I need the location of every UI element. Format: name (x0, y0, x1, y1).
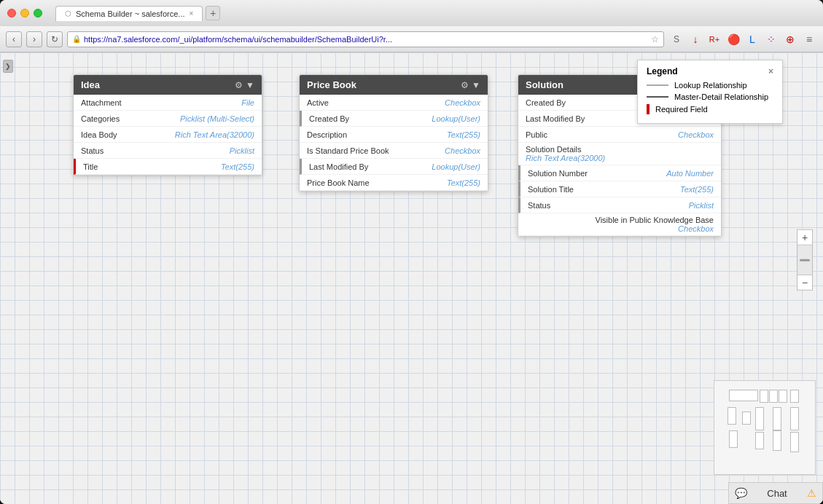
idea-card-actions: ⚙ ▼ (235, 80, 254, 90)
addon-icon-5[interactable]: ⊕ (782, 31, 798, 47)
chat-label: Chat (767, 488, 787, 499)
active-tab[interactable]: ⬡ Schema Builder ~ salesforce... × (55, 6, 203, 21)
bookmark-icon[interactable]: ☆ (651, 34, 659, 44)
addon-icon-3[interactable]: L (744, 31, 760, 47)
extensions-icon[interactable]: S (668, 31, 684, 47)
idea-caret-icon[interactable]: ▼ (246, 80, 254, 90)
mini-card (742, 412, 751, 425)
menu-icon[interactable]: ≡ (801, 31, 817, 47)
table-row: Public Checkbox (518, 127, 721, 143)
legend-title: Legend × (647, 66, 773, 76)
price-book-card-title: Price Book (307, 79, 356, 90)
table-row: Status Picklist (74, 143, 262, 159)
title-bar: ⬡ Schema Builder ~ salesforce... × + (0, 0, 823, 26)
table-row: Active Checkbox (300, 95, 488, 111)
mini-card (769, 390, 778, 403)
chat-bar[interactable]: 💬 Chat ⚠ (728, 482, 823, 504)
download-icon[interactable]: ↓ (687, 31, 703, 47)
lookup-line-icon (647, 84, 668, 86)
master-line-icon (647, 96, 668, 98)
idea-card-header: Idea ⚙ ▼ (74, 75, 262, 95)
price-book-card: Price Book ⚙ ▼ Active Checkbox Created B… (299, 74, 488, 192)
tab-favicon: ⬡ (65, 9, 71, 17)
table-row: Idea Body Rich Text Area(32000) (74, 127, 262, 143)
legend-required-item: Required Field (647, 104, 773, 114)
refresh-button[interactable]: ↻ (47, 31, 63, 47)
addon-icon-2[interactable]: 🔴 (725, 31, 741, 47)
price-book-card-body: Active Checkbox Created By Lookup(User) … (300, 95, 488, 191)
minimize-button[interactable] (20, 9, 29, 17)
mini-card (755, 432, 764, 449)
idea-card-body: Attachment File Categories Picklist (Mul… (74, 95, 262, 175)
price-book-card-actions: ⚙ ▼ (461, 80, 480, 90)
idea-gear-icon[interactable]: ⚙ (235, 80, 243, 90)
mini-card (779, 390, 787, 403)
maximize-button[interactable] (34, 9, 42, 17)
table-row: Description Text(255) (300, 127, 488, 143)
idea-card-title: Idea (81, 79, 100, 90)
zoom-in-button[interactable]: + (797, 229, 813, 245)
tab-title: Schema Builder ~ salesforce... (76, 9, 185, 18)
new-tab-button[interactable]: + (206, 6, 220, 20)
minimap-content (714, 381, 815, 474)
idea-card: Idea ⚙ ▼ Attachment File Categories Pick… (73, 74, 262, 176)
minimap[interactable] (714, 380, 816, 475)
address-bar[interactable]: 🔒 https://na7.salesforce.com/_ui/platfor… (67, 31, 664, 47)
tab-bar: ⬡ Schema Builder ~ salesforce... × + (55, 6, 220, 21)
chat-icon: 💬 (735, 487, 747, 499)
schema-canvas: ❯ Idea ⚙ ▼ Attachment File Categories Pi… (0, 52, 823, 504)
table-row: Attachment File (74, 95, 262, 111)
price-book-caret-icon[interactable]: ▼ (472, 80, 480, 90)
table-row: Created By Lookup(User) (300, 111, 488, 127)
tab-close-button[interactable]: × (190, 9, 194, 17)
mini-card (755, 407, 764, 430)
mini-card (760, 390, 768, 403)
mini-card (790, 407, 799, 430)
mini-card (790, 390, 799, 403)
url-text: https://na7.salesforce.com/_ui/platform/… (84, 35, 648, 44)
forward-button[interactable]: › (26, 31, 42, 47)
required-field-icon (647, 104, 650, 114)
addon-icon-4[interactable]: ⁘ (763, 31, 779, 47)
back-button[interactable]: ‹ (6, 31, 22, 47)
toggle-sidebar-button[interactable]: ❯ (3, 60, 13, 73)
mini-card (729, 430, 738, 448)
table-row: Solution Number Auto Number (518, 165, 721, 181)
zoom-out-button[interactable]: − (797, 275, 813, 291)
table-row: Price Book Name Text(255) (300, 175, 488, 191)
close-button[interactable] (7, 9, 16, 17)
table-row: Solution Details Rich Text Area(32000) (518, 143, 721, 165)
chat-warning-icon: ⚠ (807, 487, 816, 499)
table-row: Visible in Public Knowledge Base Checkbo… (518, 213, 721, 236)
table-row: Is Standard Price Book Checkbox (300, 143, 488, 159)
mini-card (773, 430, 781, 451)
table-row: Solution Title Text(255) (518, 181, 721, 197)
legend-panel: Legend × Lookup Relationship Master-Deta… (637, 60, 783, 124)
zoom-controls: + − (797, 229, 813, 291)
browser-toolbar: ‹ › ↻ 🔒 https://na7.salesforce.com/_ui/p… (0, 26, 823, 52)
browser-window: ⬡ Schema Builder ~ salesforce... × + ‹ ›… (0, 0, 823, 504)
toolbar-icons: S ↓ R+ 🔴 L ⁘ ⊕ ≡ (668, 31, 817, 47)
table-row: Categories Picklist (Multi-Select) (74, 111, 262, 127)
legend-lookup-item: Lookup Relationship (647, 81, 773, 90)
legend-close-button[interactable]: × (768, 66, 773, 76)
table-row: Last Modified By Lookup(User) (300, 159, 488, 175)
table-row: Title Text(255) (74, 159, 262, 175)
price-book-card-header: Price Book ⚙ ▼ (300, 75, 488, 95)
price-book-gear-icon[interactable]: ⚙ (461, 80, 469, 90)
lock-icon: 🔒 (72, 35, 81, 43)
mini-card (773, 407, 781, 430)
table-row: Status Picklist (518, 197, 721, 213)
mini-card (729, 390, 758, 401)
addon-icon-1[interactable]: R+ (706, 31, 722, 47)
mini-card (728, 407, 736, 425)
legend-master-item: Master-Detail Relationship (647, 92, 773, 101)
solution-card-title: Solution (526, 79, 563, 90)
zoom-slider[interactable] (797, 245, 813, 275)
mini-card (790, 432, 799, 452)
